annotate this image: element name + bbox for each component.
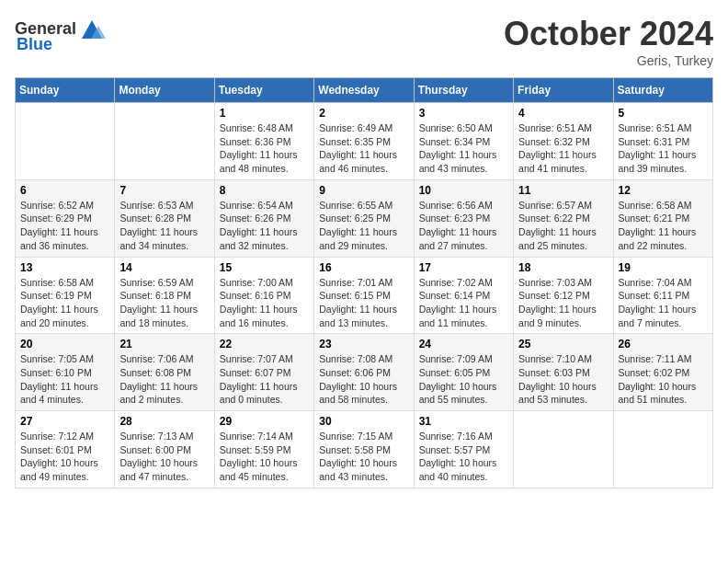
day-number: 14 bbox=[119, 261, 209, 274]
calendar-cell: 15Sunrise: 7:00 AM Sunset: 6:16 PM Dayli… bbox=[214, 257, 313, 334]
weekday-header: Sunday bbox=[16, 78, 115, 103]
day-number: 31 bbox=[419, 415, 508, 428]
calendar-cell: 31Sunrise: 7:16 AM Sunset: 5:57 PM Dayli… bbox=[414, 411, 513, 488]
day-info: Sunrise: 7:02 AM Sunset: 6:14 PM Dayligh… bbox=[419, 276, 508, 330]
calendar-week-row: 1Sunrise: 6:48 AM Sunset: 6:36 PM Daylig… bbox=[16, 103, 713, 180]
calendar-cell: 7Sunrise: 6:53 AM Sunset: 6:28 PM Daylig… bbox=[115, 179, 214, 257]
day-number: 9 bbox=[319, 184, 408, 197]
calendar-cell bbox=[514, 411, 613, 488]
calendar-cell: 16Sunrise: 7:01 AM Sunset: 6:15 PM Dayli… bbox=[314, 257, 414, 334]
day-number: 2 bbox=[319, 107, 408, 120]
calendar-cell: 20Sunrise: 7:05 AM Sunset: 6:10 PM Dayli… bbox=[16, 334, 115, 411]
day-info: Sunrise: 7:12 AM Sunset: 6:01 PM Dayligh… bbox=[20, 430, 109, 484]
day-number: 29 bbox=[220, 415, 309, 428]
subtitle: Geris, Turkey bbox=[504, 53, 713, 68]
day-number: 24 bbox=[419, 338, 508, 350]
weekday-header: Thursday bbox=[414, 78, 513, 103]
page-header: General Blue October 2024 Geris, Turkey bbox=[15, 15, 713, 68]
day-info: Sunrise: 7:13 AM Sunset: 6:00 PM Dayligh… bbox=[119, 430, 209, 484]
day-info: Sunrise: 6:51 AM Sunset: 6:32 PM Dayligh… bbox=[518, 121, 608, 176]
main-title: October 2024 bbox=[504, 15, 713, 53]
day-number: 6 bbox=[20, 184, 109, 197]
weekday-header: Friday bbox=[514, 78, 613, 103]
day-number: 25 bbox=[518, 338, 608, 350]
calendar-cell: 21Sunrise: 7:06 AM Sunset: 6:08 PM Dayli… bbox=[115, 334, 214, 411]
calendar-cell: 14Sunrise: 6:59 AM Sunset: 6:18 PM Dayli… bbox=[115, 257, 214, 334]
day-number: 26 bbox=[619, 338, 708, 350]
day-info: Sunrise: 6:57 AM Sunset: 6:22 PM Dayligh… bbox=[518, 199, 608, 253]
day-number: 13 bbox=[20, 261, 109, 274]
day-info: Sunrise: 6:58 AM Sunset: 6:19 PM Dayligh… bbox=[20, 276, 109, 330]
day-info: Sunrise: 6:49 AM Sunset: 6:35 PM Dayligh… bbox=[319, 121, 408, 176]
calendar-cell: 12Sunrise: 6:58 AM Sunset: 6:21 PM Dayli… bbox=[613, 179, 712, 257]
day-number: 30 bbox=[319, 415, 408, 428]
day-number: 17 bbox=[419, 261, 508, 274]
calendar-cell: 1Sunrise: 6:48 AM Sunset: 6:36 PM Daylig… bbox=[214, 103, 313, 180]
day-info: Sunrise: 6:58 AM Sunset: 6:21 PM Dayligh… bbox=[619, 199, 708, 253]
calendar-cell: 30Sunrise: 7:15 AM Sunset: 5:58 PM Dayli… bbox=[314, 411, 414, 488]
calendar-cell: 10Sunrise: 6:56 AM Sunset: 6:23 PM Dayli… bbox=[414, 179, 513, 257]
day-number: 23 bbox=[319, 338, 408, 350]
logo: General Blue bbox=[15, 15, 106, 54]
day-number: 16 bbox=[319, 261, 408, 274]
calendar-cell: 28Sunrise: 7:13 AM Sunset: 6:00 PM Dayli… bbox=[115, 411, 214, 488]
day-info: Sunrise: 7:15 AM Sunset: 5:58 PM Dayligh… bbox=[319, 430, 408, 484]
day-info: Sunrise: 7:14 AM Sunset: 5:59 PM Dayligh… bbox=[220, 430, 309, 484]
calendar-cell bbox=[115, 103, 214, 180]
weekday-header: Wednesday bbox=[314, 78, 414, 103]
calendar-cell: 22Sunrise: 7:07 AM Sunset: 6:07 PM Dayli… bbox=[214, 334, 313, 411]
day-number: 12 bbox=[619, 184, 708, 197]
day-info: Sunrise: 7:06 AM Sunset: 6:08 PM Dayligh… bbox=[119, 352, 209, 407]
day-info: Sunrise: 6:54 AM Sunset: 6:26 PM Dayligh… bbox=[220, 199, 309, 253]
day-number: 27 bbox=[20, 415, 109, 428]
calendar-cell: 3Sunrise: 6:50 AM Sunset: 6:34 PM Daylig… bbox=[414, 103, 513, 180]
day-info: Sunrise: 7:10 AM Sunset: 6:03 PM Dayligh… bbox=[518, 352, 608, 407]
day-info: Sunrise: 7:05 AM Sunset: 6:10 PM Dayligh… bbox=[20, 352, 109, 407]
calendar-cell: 25Sunrise: 7:10 AM Sunset: 6:03 PM Dayli… bbox=[514, 334, 613, 411]
day-number: 19 bbox=[619, 261, 708, 274]
calendar-week-row: 13Sunrise: 6:58 AM Sunset: 6:19 PM Dayli… bbox=[16, 257, 713, 334]
day-info: Sunrise: 6:52 AM Sunset: 6:29 PM Dayligh… bbox=[20, 199, 109, 253]
calendar-cell bbox=[613, 411, 712, 488]
day-number: 10 bbox=[419, 184, 508, 197]
day-info: Sunrise: 7:16 AM Sunset: 5:57 PM Dayligh… bbox=[419, 430, 508, 484]
calendar-table: SundayMondayTuesdayWednesdayThursdayFrid… bbox=[15, 77, 713, 488]
day-number: 4 bbox=[518, 107, 608, 120]
calendar-cell: 23Sunrise: 7:08 AM Sunset: 6:06 PM Dayli… bbox=[314, 334, 414, 411]
calendar-cell: 26Sunrise: 7:11 AM Sunset: 6:02 PM Dayli… bbox=[613, 334, 712, 411]
day-info: Sunrise: 6:55 AM Sunset: 6:25 PM Dayligh… bbox=[319, 199, 408, 253]
day-number: 28 bbox=[119, 415, 209, 428]
calendar-week-row: 20Sunrise: 7:05 AM Sunset: 6:10 PM Dayli… bbox=[16, 334, 713, 411]
weekday-header: Monday bbox=[115, 78, 214, 103]
calendar-cell: 8Sunrise: 6:54 AM Sunset: 6:26 PM Daylig… bbox=[214, 179, 313, 257]
title-block: October 2024 Geris, Turkey bbox=[504, 15, 713, 68]
day-info: Sunrise: 7:07 AM Sunset: 6:07 PM Dayligh… bbox=[220, 352, 309, 407]
logo-icon bbox=[78, 15, 106, 42]
day-number: 5 bbox=[619, 107, 708, 120]
calendar-cell: 5Sunrise: 6:51 AM Sunset: 6:31 PM Daylig… bbox=[613, 103, 712, 180]
day-info: Sunrise: 6:56 AM Sunset: 6:23 PM Dayligh… bbox=[419, 199, 508, 253]
day-info: Sunrise: 7:01 AM Sunset: 6:15 PM Dayligh… bbox=[319, 276, 408, 330]
day-number: 3 bbox=[419, 107, 508, 120]
calendar-cell: 6Sunrise: 6:52 AM Sunset: 6:29 PM Daylig… bbox=[16, 179, 115, 257]
day-number: 11 bbox=[518, 184, 608, 197]
calendar-cell: 17Sunrise: 7:02 AM Sunset: 6:14 PM Dayli… bbox=[414, 257, 513, 334]
calendar-week-row: 27Sunrise: 7:12 AM Sunset: 6:01 PM Dayli… bbox=[16, 411, 713, 488]
day-number: 8 bbox=[220, 184, 309, 197]
calendar-cell: 18Sunrise: 7:03 AM Sunset: 6:12 PM Dayli… bbox=[514, 257, 613, 334]
day-info: Sunrise: 7:11 AM Sunset: 6:02 PM Dayligh… bbox=[619, 352, 708, 407]
day-info: Sunrise: 6:51 AM Sunset: 6:31 PM Dayligh… bbox=[619, 121, 708, 176]
day-number: 22 bbox=[220, 338, 309, 350]
day-number: 15 bbox=[220, 261, 309, 274]
calendar-cell: 9Sunrise: 6:55 AM Sunset: 6:25 PM Daylig… bbox=[314, 179, 414, 257]
calendar-cell: 2Sunrise: 6:49 AM Sunset: 6:35 PM Daylig… bbox=[314, 103, 414, 180]
day-info: Sunrise: 6:53 AM Sunset: 6:28 PM Dayligh… bbox=[119, 199, 209, 253]
day-info: Sunrise: 7:00 AM Sunset: 6:16 PM Dayligh… bbox=[220, 276, 309, 330]
day-number: 7 bbox=[119, 184, 209, 197]
calendar-header-row: SundayMondayTuesdayWednesdayThursdayFrid… bbox=[16, 78, 713, 103]
day-info: Sunrise: 6:59 AM Sunset: 6:18 PM Dayligh… bbox=[119, 276, 209, 330]
day-info: Sunrise: 7:03 AM Sunset: 6:12 PM Dayligh… bbox=[518, 276, 608, 330]
calendar-cell: 27Sunrise: 7:12 AM Sunset: 6:01 PM Dayli… bbox=[16, 411, 115, 488]
day-number: 18 bbox=[518, 261, 608, 274]
calendar-cell: 4Sunrise: 6:51 AM Sunset: 6:32 PM Daylig… bbox=[514, 103, 613, 180]
